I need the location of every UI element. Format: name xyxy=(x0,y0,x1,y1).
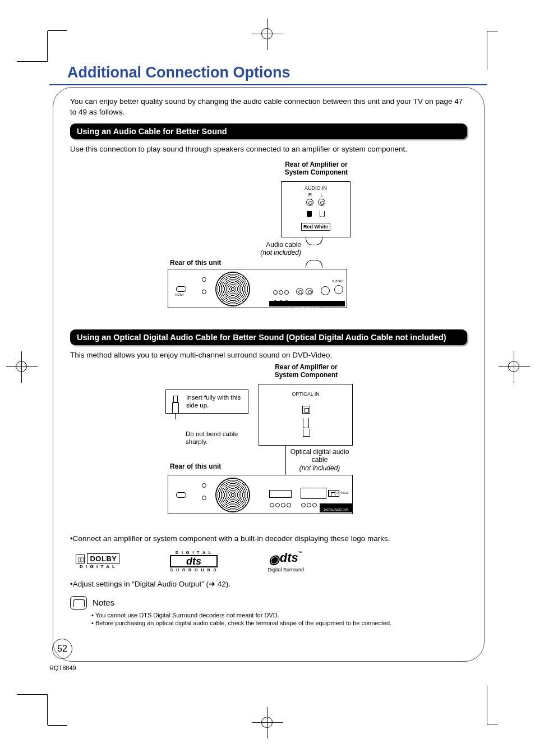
slot-icon xyxy=(176,492,186,498)
hdmi-label: HDMI xyxy=(175,293,183,296)
unit-label: Rear of this unit xyxy=(170,259,221,267)
fan-icon xyxy=(215,478,250,512)
section2-body: This method allows you to enjoy multi-ch… xyxy=(70,351,467,359)
svideo-label: S VIDEO xyxy=(332,280,343,283)
screw-icon xyxy=(202,483,206,488)
amp-label: Rear of Amplifier or System Component xyxy=(264,364,348,379)
section1-body: Use this connection to play sound throug… xyxy=(70,145,467,153)
optical-port-icon xyxy=(329,490,335,497)
insert-instructions: Insert fully with this side up. xyxy=(165,390,248,414)
screw-icon xyxy=(202,277,206,282)
crop-mark-icon xyxy=(17,694,48,725)
cable-line xyxy=(306,237,322,245)
intro-text: You can enjoy better quality sound by ch… xyxy=(70,97,467,118)
cable-line xyxy=(306,260,322,268)
dts-surround-logo-icon: D I G I T A L dts S U R R O U N D xyxy=(170,551,217,572)
rca-jack-icon xyxy=(306,199,313,206)
registration-mark-icon xyxy=(261,28,273,39)
notes-item: Before purchasing an optical digital aud… xyxy=(91,620,467,626)
strip-line2: (PCM/BITSTREAM) xyxy=(325,517,347,520)
crop-mark-icon xyxy=(17,31,48,62)
dts-surround: S U R R O U N D xyxy=(170,568,217,572)
output-strip: DVD PRIORITY OUT xyxy=(269,301,345,306)
page-number: 52 xyxy=(52,639,72,659)
document-number: RQT8849 xyxy=(49,665,76,671)
jack-cluster xyxy=(269,500,292,510)
dts-digital-surround-logo-icon: ◉dts™ Digital Surround xyxy=(268,551,305,572)
adjust-note: •Adjust settings in “Digital Audio Outpu… xyxy=(70,579,467,588)
registration-mark-icon xyxy=(16,361,27,372)
notes-title: Notes xyxy=(93,598,114,607)
logo-row: ▯▯ DOLBY D I G I T A L D I G I T A L dts… xyxy=(76,551,467,572)
dolby-logo-icon: ▯▯ DOLBY D I G I T A L xyxy=(76,553,119,569)
plug-tip-icon xyxy=(303,429,310,437)
jack-cluster xyxy=(301,500,317,510)
notes-list: You cannot use DTS Digital Surround deco… xyxy=(91,612,467,626)
cable-label: Optical digital audio cable (not include… xyxy=(289,448,350,472)
content-frame: You can enjoy better quality sound by ch… xyxy=(53,87,485,662)
unit-label: Rear of this unit xyxy=(170,462,221,470)
section-heading-optical: Using an Optical Digital Audio Cable for… xyxy=(70,329,467,345)
strip-line1: DIGITAL AUDIO OUT xyxy=(324,508,348,511)
optical-in-label: OPTICAL IN xyxy=(259,384,352,397)
unit-rear-panel: OPTICAL DIGITAL AUDIO OUT (PCM/BITSTREAM… xyxy=(168,475,353,514)
insert-text-2: Do not bend cable sharply. xyxy=(186,430,247,446)
connect-note-text: Connect an amplifier or system component… xyxy=(73,534,390,543)
dolby-text: DOLBY xyxy=(87,553,119,564)
rca-jack-icon xyxy=(321,286,330,295)
plug-icon xyxy=(303,418,309,430)
registration-mark-icon xyxy=(508,361,519,372)
rca-jack-icon xyxy=(296,288,303,295)
rca-jack-icon xyxy=(306,288,313,295)
l-label: L xyxy=(320,192,323,198)
optical-small-label: OPTICAL xyxy=(336,491,348,494)
rca-jack-icon xyxy=(318,199,325,206)
crop-mark-icon xyxy=(487,686,498,725)
port-group xyxy=(301,488,326,499)
amp-rear-panel: AUDIO IN R L Red White xyxy=(281,181,350,237)
dts2-top: ◉dts™ xyxy=(268,551,305,567)
red-white-label: Red White xyxy=(301,223,330,231)
audio-in-label: AUDIO IN xyxy=(282,182,350,191)
page-title: Additional Connection Options xyxy=(67,64,290,81)
cable-note: (not included) xyxy=(260,249,301,256)
output-strip-label: DVD PRIORITY OUT xyxy=(294,306,320,309)
section-heading-audio-cable: Using an Audio Cable for Better Sound xyxy=(70,123,467,139)
screw-icon xyxy=(202,290,206,294)
unit-rear-panel: HDMI S VIDEO DVD PRIORITY OUT xyxy=(168,269,347,308)
cable-label: Audio cable (not included) xyxy=(239,241,301,257)
screw-icon xyxy=(202,496,206,500)
diagram-optical-cable: Rear of Amplifier or System Component OP… xyxy=(70,364,467,532)
title-rule xyxy=(49,84,487,85)
cable-note: (not included) xyxy=(299,464,340,472)
connect-note: •Connect an amplifier or system componen… xyxy=(70,534,467,543)
port-icon xyxy=(269,490,292,498)
r-label: R xyxy=(308,192,312,198)
slot-icon xyxy=(176,286,186,292)
notes-icon xyxy=(70,596,87,610)
dts2-sub: Digital Surround xyxy=(268,567,305,572)
svideo-jack-icon xyxy=(334,285,343,294)
plug-icon xyxy=(307,211,312,217)
dts-mid: dts xyxy=(170,555,217,567)
output-strip: DIGITAL AUDIO OUT (PCM/BITSTREAM) xyxy=(320,503,352,512)
cable-name: Audio cable xyxy=(266,241,301,249)
amp-rear-panel: OPTICAL IN xyxy=(259,384,353,446)
insert-text-1: Insert fully with this side up. xyxy=(186,394,241,409)
cable-name: Optical digital audio cable xyxy=(290,448,349,464)
plug-icon xyxy=(320,211,325,217)
registration-mark-icon xyxy=(261,717,273,728)
optical-port-icon xyxy=(302,406,310,414)
dolby-sub: D I G I T A L xyxy=(76,564,119,569)
notes-heading-row: Notes xyxy=(70,596,467,610)
amp-label: Rear of Amplifier or System Component xyxy=(274,161,358,177)
optical-plug-icon xyxy=(169,393,182,415)
crop-mark-icon xyxy=(487,31,498,70)
audio-jacks xyxy=(296,287,313,297)
notes-item: You cannot use DTS Digital Surround deco… xyxy=(91,612,467,618)
dts-digital: D I G I T A L xyxy=(170,551,217,555)
diagram-audio-cable: Rear of Amplifier or System Component AU… xyxy=(70,158,467,326)
adjust-note-text: Adjust settings in “Digital Audio Output… xyxy=(73,580,230,588)
fan-icon xyxy=(215,272,250,306)
